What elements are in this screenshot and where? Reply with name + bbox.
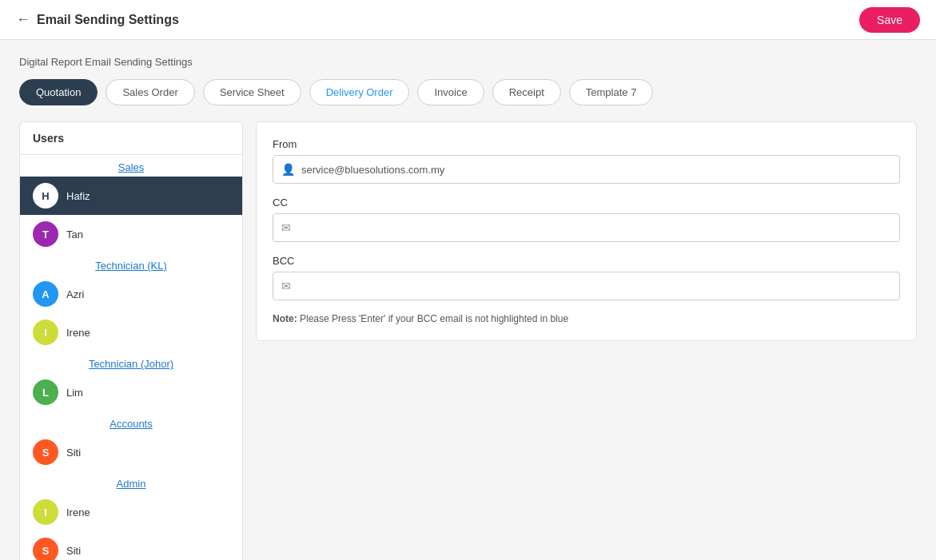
from-value: service@bluesolutions.com.my bbox=[301, 164, 444, 176]
tab-template-7[interactable]: Template 7 bbox=[569, 79, 654, 105]
top-bar: ← Email Sending Settings Save bbox=[0, 0, 936, 40]
user-name-irene: Irene bbox=[66, 327, 90, 339]
content-area: Digital Report Email Sending Settings Qu… bbox=[0, 40, 936, 560]
avatar-tan: T bbox=[33, 221, 58, 247]
user-name-hafiz: Hafiz bbox=[66, 190, 90, 202]
note-text: Note: Please Press 'Enter' if your BCC e… bbox=[273, 313, 900, 324]
group-label-accounts: Accounts bbox=[20, 411, 242, 433]
group-label-admin: Admin bbox=[20, 471, 242, 493]
save-button[interactable]: Save bbox=[859, 7, 920, 33]
avatar-irene: I bbox=[33, 320, 58, 345]
from-group: From 👤 service@bluesolutions.com.my bbox=[273, 138, 900, 184]
avatar-azri: A bbox=[33, 281, 58, 307]
users-panel: Users SalesHHafizTTanTechnician (KL)AAzr… bbox=[19, 121, 243, 560]
bcc-group: BCC ✉ bbox=[273, 255, 900, 300]
cc-input[interactable]: ✉ bbox=[273, 213, 900, 242]
top-bar-left: ← Email Sending Settings bbox=[16, 11, 179, 28]
bcc-label: BCC bbox=[273, 255, 900, 267]
tabs-row: QuotationSales OrderService SheetDeliver… bbox=[19, 79, 917, 105]
group-label-technician-johor: Technician (Johor) bbox=[20, 351, 242, 373]
tab-quotation[interactable]: Quotation bbox=[19, 79, 98, 105]
user-item-siti[interactable]: SSiti bbox=[20, 433, 242, 471]
main-panel: Users SalesHHafizTTanTechnician (KL)AAzr… bbox=[19, 121, 917, 560]
user-item-azri[interactable]: AAzri bbox=[20, 275, 242, 313]
from-input[interactable]: 👤 service@bluesolutions.com.my bbox=[273, 155, 900, 184]
page-title: Email Sending Settings bbox=[37, 13, 179, 27]
user-item-hafiz[interactable]: HHafiz bbox=[20, 177, 242, 215]
avatar-irene: I bbox=[33, 499, 58, 525]
user-item-siti[interactable]: SSiti bbox=[20, 531, 242, 560]
cc-label: CC bbox=[273, 197, 900, 209]
user-name-siti: Siti bbox=[66, 447, 81, 459]
back-icon[interactable]: ← bbox=[16, 11, 30, 28]
group-label-sales: Sales bbox=[20, 155, 242, 177]
group-label-technician-kl: Technician (KL) bbox=[20, 253, 242, 275]
avatar-siti: S bbox=[33, 439, 58, 465]
avatar-lim: L bbox=[33, 379, 58, 405]
user-name-tan: Tan bbox=[66, 228, 83, 240]
user-name-irene: Irene bbox=[66, 506, 90, 518]
tab-invoice[interactable]: Invoice bbox=[417, 79, 484, 105]
tab-delivery-order[interactable]: Delivery Order bbox=[309, 79, 410, 105]
avatar-siti: S bbox=[33, 538, 58, 560]
user-item-tan[interactable]: TTan bbox=[20, 215, 242, 253]
user-name-lim: Lim bbox=[66, 387, 83, 399]
tab-service-sheet[interactable]: Service Sheet bbox=[203, 79, 301, 105]
bcc-input[interactable]: ✉ bbox=[273, 272, 900, 300]
note-bold: Note: bbox=[273, 313, 297, 324]
form-panel: From 👤 service@bluesolutions.com.my CC ✉… bbox=[256, 121, 917, 341]
user-item-irene[interactable]: IIrene bbox=[20, 313, 242, 351]
user-icon: 👤 bbox=[281, 163, 295, 176]
user-item-lim[interactable]: LLim bbox=[20, 373, 242, 411]
avatar-hafiz: H bbox=[33, 183, 58, 209]
users-list: SalesHHafizTTanTechnician (KL)AAzriIIren… bbox=[20, 155, 242, 560]
note-content: Please Press 'Enter' if your BCC email i… bbox=[300, 313, 568, 324]
tab-sales-order[interactable]: Sales Order bbox=[106, 79, 194, 105]
user-name-azri: Azri bbox=[66, 288, 84, 300]
user-name-siti: Siti bbox=[66, 545, 81, 557]
users-panel-header: Users bbox=[20, 122, 242, 155]
bcc-email-icon: ✉ bbox=[281, 280, 291, 292]
cc-email-icon: ✉ bbox=[281, 221, 291, 234]
tab-receipt[interactable]: Receipt bbox=[492, 79, 561, 105]
cc-group: CC ✉ bbox=[273, 197, 900, 242]
subtitle: Digital Report Email Sending Settings bbox=[19, 56, 917, 68]
user-item-irene[interactable]: IIrene bbox=[20, 493, 242, 531]
from-label: From bbox=[273, 138, 900, 150]
